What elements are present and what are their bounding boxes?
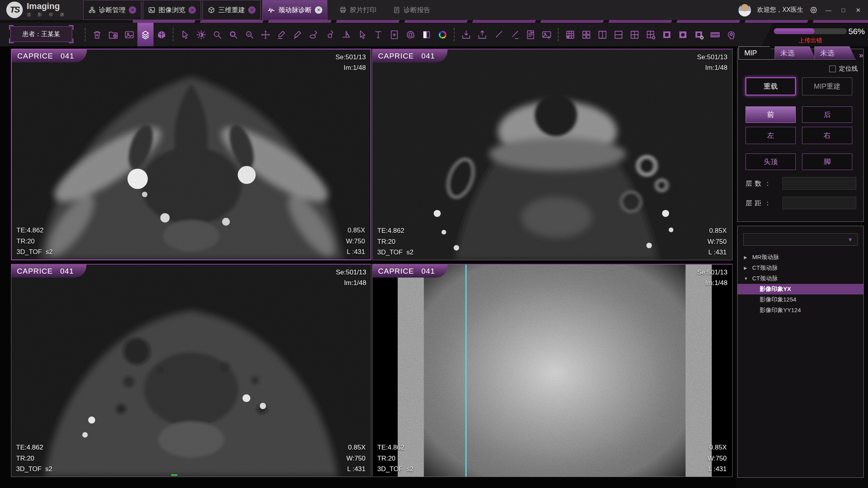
- cube3d-button[interactable]: [153, 24, 170, 45]
- view-left-button[interactable]: 左: [746, 127, 796, 144]
- mip-rebuild-button[interactable]: MIP重建: [802, 77, 852, 95]
- image-upload-button[interactable]: [539, 24, 555, 45]
- main-tabs: 诊断管理 ✕ 图像浏览 ✕ 三维重建 ✕ 颈动脉诊断 ✕ 胶片打印: [83, 0, 435, 20]
- settings-gear-icon[interactable]: [810, 6, 818, 14]
- zoom-region-button[interactable]: [225, 24, 241, 45]
- tab-close-icon[interactable]: ✕: [129, 6, 136, 14]
- brush-button[interactable]: [490, 24, 506, 45]
- titlebar-right-cluster: 欢迎您，XX医生 — □ ✕: [738, 0, 863, 20]
- report-button[interactable]: [523, 24, 539, 45]
- upload-button[interactable]: [474, 24, 490, 45]
- layout-2col-button[interactable]: [594, 24, 610, 45]
- cursor-button[interactable]: [177, 24, 193, 45]
- sidebar-tab-mip[interactable]: MIP: [738, 46, 776, 60]
- layout-quad-button[interactable]: [578, 24, 594, 45]
- folder-add-button[interactable]: [105, 24, 121, 45]
- protractor-button[interactable]: [338, 24, 354, 45]
- layout-grid-x-button[interactable]: [643, 24, 659, 45]
- series-tree-panel: ▼ ▶MR颈动脉▶CT颈动脉▼CT颈动脉影像印象YX影像印象1254影像印象YY…: [737, 226, 864, 478]
- tree-collapsed-icon[interactable]: ▶: [744, 266, 749, 270]
- layer-spacing-label: 层 距 ：: [746, 199, 778, 208]
- photo-button[interactable]: [121, 24, 137, 45]
- tab-image-browse[interactable]: 图像浏览 ✕: [143, 0, 201, 20]
- toolbar-separator: [454, 28, 455, 41]
- pen-line-button[interactable]: [506, 24, 523, 45]
- tab-carotid-diagnosis[interactable]: 颈动脉诊断 ✕: [262, 0, 327, 20]
- tab-close-icon[interactable]: ✕: [315, 6, 322, 14]
- close-button[interactable]: ✕: [854, 7, 863, 14]
- upload-progress-bar: [774, 28, 847, 34]
- ai-head-button[interactable]: [723, 24, 739, 45]
- series-dropdown[interactable]: ▼: [743, 233, 858, 246]
- tree-item-label: MR颈动脉: [752, 254, 779, 261]
- layout-2x2-button[interactable]: [627, 24, 643, 45]
- viewer-pane-bottom-left[interactable]: CAPRICE 041 Se:501/13Im:1/48 TE:4.862TR:…: [11, 264, 371, 477]
- acquisition-info: TE:4.862TR:203D_TOF s2: [377, 442, 413, 474]
- tree-item[interactable]: ▶CT颈动脉: [738, 263, 863, 273]
- tab-3d-reconstruction[interactable]: 三维重建 ✕: [203, 0, 261, 20]
- invert-button[interactable]: [418, 24, 435, 45]
- view-back-button[interactable]: 后: [802, 106, 852, 123]
- view-head-button[interactable]: 头顶: [746, 154, 796, 170]
- view-foot-button[interactable]: 脚: [802, 154, 852, 170]
- view-spot-button[interactable]: [675, 24, 691, 45]
- view-single-button[interactable]: [659, 24, 675, 45]
- layer-spacing-input[interactable]: [782, 197, 856, 209]
- tree-collapsed-icon[interactable]: ▶: [744, 255, 749, 260]
- tab-diagnosis-report[interactable]: 诊断报告: [388, 0, 435, 20]
- localizer-checkbox[interactable]: [829, 66, 836, 72]
- tab-close-icon[interactable]: ✕: [248, 6, 256, 14]
- bin-add-button[interactable]: [89, 24, 105, 45]
- layout-2row-button[interactable]: [610, 24, 627, 45]
- filmstrip-button[interactable]: [707, 24, 723, 45]
- download-button[interactable]: [458, 24, 474, 45]
- rotate-button[interactable]: [402, 24, 418, 45]
- zoom-button[interactable]: [209, 24, 225, 45]
- viewer-grid: CAPRICE 041 Se:501/13Im:1/48 TE:4.862TR:…: [0, 46, 736, 488]
- sidebar-tabs: MIP 未选MIP 未选MIP »: [738, 46, 863, 60]
- maximize-button[interactable]: □: [839, 7, 848, 13]
- brightness-button[interactable]: [193, 24, 209, 45]
- tab-close-icon[interactable]: ✕: [188, 6, 196, 14]
- tab-diagnosis-management[interactable]: 诊断管理 ✕: [83, 0, 141, 20]
- tree-child-item[interactable]: 影像印象YY124: [738, 305, 863, 316]
- select-button[interactable]: [354, 24, 370, 45]
- user-avatar[interactable]: [738, 4, 751, 16]
- tree-item[interactable]: ▼CT颈动脉: [738, 273, 863, 284]
- toolbar: 患者：王某某 x2 56% 上传出错: [0, 23, 868, 46]
- view-right-button[interactable]: 右: [802, 127, 852, 144]
- decorative-stripe-lead: [0, 20, 133, 23]
- viewer-pane-top-left[interactable]: CAPRICE 041 Se:501/13Im:1/48 TE:4.862TR:…: [11, 49, 371, 260]
- toolbar-separator: [558, 28, 559, 41]
- tab-film-print[interactable]: 胶片打印: [334, 0, 381, 20]
- reload-button[interactable]: 重载: [746, 77, 796, 95]
- measure-line-button[interactable]: [274, 24, 290, 45]
- measure-angle-button[interactable]: [290, 24, 306, 45]
- tab-label: 诊断报告: [404, 5, 430, 15]
- patient-field[interactable]: 患者：王某某: [10, 26, 72, 42]
- annotate-button[interactable]: [386, 24, 402, 45]
- roi-polygon-button[interactable]: [322, 24, 338, 45]
- view-x-button[interactable]: [691, 24, 707, 45]
- palette-button[interactable]: [435, 24, 451, 45]
- tree-item[interactable]: ▶MR颈动脉: [738, 252, 863, 263]
- tree-child-item[interactable]: 影像印象YX: [738, 284, 863, 294]
- upload-progress-fill: [774, 28, 815, 34]
- minimize-button[interactable]: —: [824, 7, 833, 13]
- view-front-button[interactable]: 前: [746, 106, 796, 123]
- pan-button[interactable]: [258, 24, 274, 45]
- zoom-2x-button[interactable]: x2: [241, 24, 258, 45]
- viewer-pane-top-right[interactable]: CAPRICE 041 Se:501/13Im:1/48 TE:4.862TR:…: [372, 49, 733, 260]
- roi-ellipse-button[interactable]: [306, 24, 322, 45]
- tab-overflow-icon[interactable]: »: [859, 51, 863, 60]
- tree-expanded-icon[interactable]: ▼: [744, 276, 749, 281]
- layers-button[interactable]: [137, 23, 153, 46]
- localizer-line[interactable]: [465, 265, 466, 477]
- viewer-pane-bottom-right[interactable]: CAPRICE 041 Se:501/13Im:1/48 TE:4.862TR:…: [372, 264, 733, 477]
- text-button[interactable]: [370, 24, 386, 45]
- tree-child-item[interactable]: 影像印象1254: [738, 294, 863, 305]
- sidebar-tab-unselected-mip-2[interactable]: 未选MIP: [814, 46, 856, 60]
- layout-grid-button[interactable]: [562, 24, 578, 45]
- sidebar-tab-unselected-mip-1[interactable]: 未选MIP: [775, 46, 816, 60]
- layer-count-input[interactable]: [782, 177, 856, 190]
